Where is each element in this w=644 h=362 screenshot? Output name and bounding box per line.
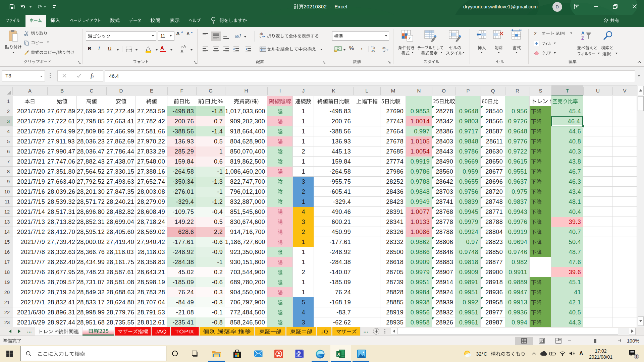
svg-text:.00: .00 [371,49,375,52]
svg-text:A: A [581,31,585,36]
svg-text:menu: menu [297,355,302,358]
svg-text:.0: .0 [383,49,385,52]
svg-text:ab: ab [235,34,239,38]
svg-text:Z: Z [581,36,584,41]
svg-text:≠: ≠ [408,36,411,41]
svg-text:X: X [337,352,340,357]
